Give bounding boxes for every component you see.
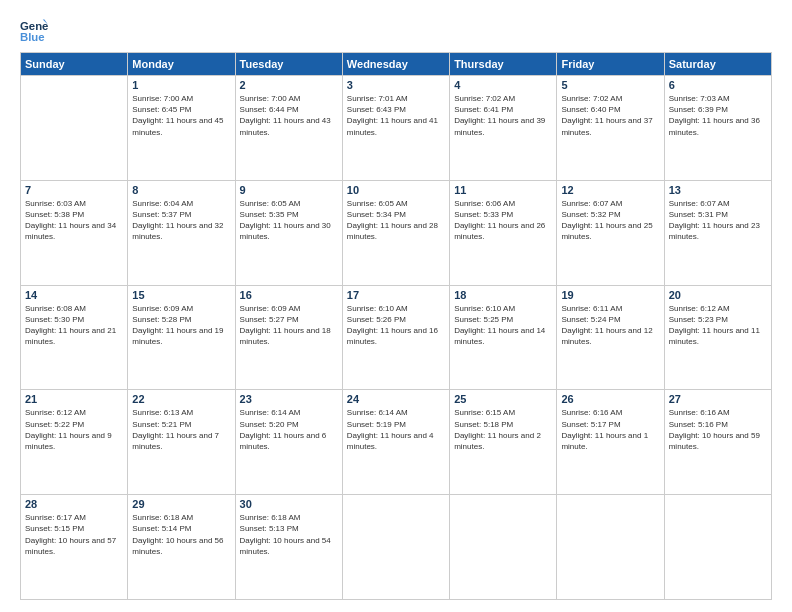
calendar-day-cell: 23 Sunrise: 6:14 AMSunset: 5:20 PMDaylig…: [235, 390, 342, 495]
calendar-day-cell: 12 Sunrise: 6:07 AMSunset: 5:32 PMDaylig…: [557, 180, 664, 285]
day-detail: Sunrise: 6:12 AMSunset: 5:22 PMDaylight:…: [25, 407, 123, 452]
day-number: 5: [561, 79, 659, 91]
calendar-week-row: 21 Sunrise: 6:12 AMSunset: 5:22 PMDaylig…: [21, 390, 772, 495]
day-number: 17: [347, 289, 445, 301]
calendar-day-cell: [664, 495, 771, 600]
calendar-day-cell: 8 Sunrise: 6:04 AMSunset: 5:37 PMDayligh…: [128, 180, 235, 285]
calendar-day-cell: 20 Sunrise: 6:12 AMSunset: 5:23 PMDaylig…: [664, 285, 771, 390]
page: General Blue SundayMondayTuesdayWednesda…: [0, 0, 792, 612]
day-detail: Sunrise: 7:03 AMSunset: 6:39 PMDaylight:…: [669, 93, 767, 138]
day-number: 28: [25, 498, 123, 510]
day-detail: Sunrise: 6:09 AMSunset: 5:27 PMDaylight:…: [240, 303, 338, 348]
day-number: 21: [25, 393, 123, 405]
day-number: 1: [132, 79, 230, 91]
day-number: 30: [240, 498, 338, 510]
day-detail: Sunrise: 6:10 AMSunset: 5:25 PMDaylight:…: [454, 303, 552, 348]
weekday-header: Sunday: [21, 53, 128, 76]
day-detail: Sunrise: 6:04 AMSunset: 5:37 PMDaylight:…: [132, 198, 230, 243]
day-detail: Sunrise: 6:14 AMSunset: 5:20 PMDaylight:…: [240, 407, 338, 452]
day-number: 6: [669, 79, 767, 91]
calendar-week-row: 14 Sunrise: 6:08 AMSunset: 5:30 PMDaylig…: [21, 285, 772, 390]
calendar-day-cell: 25 Sunrise: 6:15 AMSunset: 5:18 PMDaylig…: [450, 390, 557, 495]
calendar-day-cell: 4 Sunrise: 7:02 AMSunset: 6:41 PMDayligh…: [450, 76, 557, 181]
day-number: 4: [454, 79, 552, 91]
logo-icon: General Blue: [20, 16, 48, 44]
svg-text:Blue: Blue: [20, 31, 45, 43]
day-number: 7: [25, 184, 123, 196]
day-detail: Sunrise: 6:09 AMSunset: 5:28 PMDaylight:…: [132, 303, 230, 348]
day-detail: Sunrise: 7:00 AMSunset: 6:45 PMDaylight:…: [132, 93, 230, 138]
calendar-week-row: 28 Sunrise: 6:17 AMSunset: 5:15 PMDaylig…: [21, 495, 772, 600]
calendar-day-cell: 13 Sunrise: 6:07 AMSunset: 5:31 PMDaylig…: [664, 180, 771, 285]
calendar-day-cell: 7 Sunrise: 6:03 AMSunset: 5:38 PMDayligh…: [21, 180, 128, 285]
day-detail: Sunrise: 7:02 AMSunset: 6:40 PMDaylight:…: [561, 93, 659, 138]
day-detail: Sunrise: 6:10 AMSunset: 5:26 PMDaylight:…: [347, 303, 445, 348]
calendar-day-cell: 22 Sunrise: 6:13 AMSunset: 5:21 PMDaylig…: [128, 390, 235, 495]
day-detail: Sunrise: 6:15 AMSunset: 5:18 PMDaylight:…: [454, 407, 552, 452]
calendar-table: SundayMondayTuesdayWednesdayThursdayFrid…: [20, 52, 772, 600]
day-number: 2: [240, 79, 338, 91]
day-number: 10: [347, 184, 445, 196]
day-detail: Sunrise: 6:18 AMSunset: 5:14 PMDaylight:…: [132, 512, 230, 557]
calendar-day-cell: [557, 495, 664, 600]
day-number: 12: [561, 184, 659, 196]
day-detail: Sunrise: 6:03 AMSunset: 5:38 PMDaylight:…: [25, 198, 123, 243]
calendar-day-cell: 16 Sunrise: 6:09 AMSunset: 5:27 PMDaylig…: [235, 285, 342, 390]
day-detail: Sunrise: 6:06 AMSunset: 5:33 PMDaylight:…: [454, 198, 552, 243]
calendar-day-cell: 6 Sunrise: 7:03 AMSunset: 6:39 PMDayligh…: [664, 76, 771, 181]
day-number: 20: [669, 289, 767, 301]
day-number: 8: [132, 184, 230, 196]
day-detail: Sunrise: 6:07 AMSunset: 5:32 PMDaylight:…: [561, 198, 659, 243]
calendar-header-row: SundayMondayTuesdayWednesdayThursdayFrid…: [21, 53, 772, 76]
day-number: 11: [454, 184, 552, 196]
day-detail: Sunrise: 6:13 AMSunset: 5:21 PMDaylight:…: [132, 407, 230, 452]
calendar-day-cell: [21, 76, 128, 181]
day-number: 15: [132, 289, 230, 301]
logo: General Blue: [20, 16, 52, 44]
day-detail: Sunrise: 6:14 AMSunset: 5:19 PMDaylight:…: [347, 407, 445, 452]
weekday-header: Monday: [128, 53, 235, 76]
header: General Blue: [20, 16, 772, 44]
calendar-day-cell: 18 Sunrise: 6:10 AMSunset: 5:25 PMDaylig…: [450, 285, 557, 390]
day-number: 24: [347, 393, 445, 405]
day-detail: Sunrise: 7:02 AMSunset: 6:41 PMDaylight:…: [454, 93, 552, 138]
day-detail: Sunrise: 6:07 AMSunset: 5:31 PMDaylight:…: [669, 198, 767, 243]
calendar-day-cell: 24 Sunrise: 6:14 AMSunset: 5:19 PMDaylig…: [342, 390, 449, 495]
day-number: 18: [454, 289, 552, 301]
calendar-day-cell: 21 Sunrise: 6:12 AMSunset: 5:22 PMDaylig…: [21, 390, 128, 495]
weekday-header: Friday: [557, 53, 664, 76]
weekday-header: Tuesday: [235, 53, 342, 76]
day-detail: Sunrise: 6:17 AMSunset: 5:15 PMDaylight:…: [25, 512, 123, 557]
calendar-day-cell: 19 Sunrise: 6:11 AMSunset: 5:24 PMDaylig…: [557, 285, 664, 390]
calendar-day-cell: 5 Sunrise: 7:02 AMSunset: 6:40 PMDayligh…: [557, 76, 664, 181]
day-number: 16: [240, 289, 338, 301]
day-number: 27: [669, 393, 767, 405]
day-number: 29: [132, 498, 230, 510]
calendar-day-cell: 17 Sunrise: 6:10 AMSunset: 5:26 PMDaylig…: [342, 285, 449, 390]
calendar-day-cell: [342, 495, 449, 600]
day-detail: Sunrise: 6:05 AMSunset: 5:35 PMDaylight:…: [240, 198, 338, 243]
day-detail: Sunrise: 7:01 AMSunset: 6:43 PMDaylight:…: [347, 93, 445, 138]
day-detail: Sunrise: 6:05 AMSunset: 5:34 PMDaylight:…: [347, 198, 445, 243]
day-number: 14: [25, 289, 123, 301]
calendar-day-cell: 14 Sunrise: 6:08 AMSunset: 5:30 PMDaylig…: [21, 285, 128, 390]
day-detail: Sunrise: 6:18 AMSunset: 5:13 PMDaylight:…: [240, 512, 338, 557]
calendar-day-cell: 2 Sunrise: 7:00 AMSunset: 6:44 PMDayligh…: [235, 76, 342, 181]
calendar-day-cell: [450, 495, 557, 600]
calendar-day-cell: 1 Sunrise: 7:00 AMSunset: 6:45 PMDayligh…: [128, 76, 235, 181]
day-number: 19: [561, 289, 659, 301]
calendar-day-cell: 27 Sunrise: 6:16 AMSunset: 5:16 PMDaylig…: [664, 390, 771, 495]
day-number: 22: [132, 393, 230, 405]
weekday-header: Wednesday: [342, 53, 449, 76]
calendar-week-row: 7 Sunrise: 6:03 AMSunset: 5:38 PMDayligh…: [21, 180, 772, 285]
calendar-day-cell: 11 Sunrise: 6:06 AMSunset: 5:33 PMDaylig…: [450, 180, 557, 285]
weekday-header: Saturday: [664, 53, 771, 76]
calendar-week-row: 1 Sunrise: 7:00 AMSunset: 6:45 PMDayligh…: [21, 76, 772, 181]
day-detail: Sunrise: 6:16 AMSunset: 5:17 PMDaylight:…: [561, 407, 659, 452]
calendar-day-cell: 29 Sunrise: 6:18 AMSunset: 5:14 PMDaylig…: [128, 495, 235, 600]
day-detail: Sunrise: 6:16 AMSunset: 5:16 PMDaylight:…: [669, 407, 767, 452]
day-number: 13: [669, 184, 767, 196]
calendar-day-cell: 15 Sunrise: 6:09 AMSunset: 5:28 PMDaylig…: [128, 285, 235, 390]
day-detail: Sunrise: 6:11 AMSunset: 5:24 PMDaylight:…: [561, 303, 659, 348]
calendar-day-cell: 3 Sunrise: 7:01 AMSunset: 6:43 PMDayligh…: [342, 76, 449, 181]
